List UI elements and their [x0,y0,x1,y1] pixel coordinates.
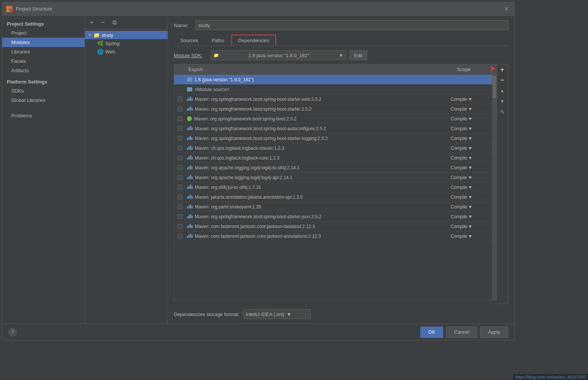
sdk-label: Module SDK: [174,53,208,58]
export-label: Export [185,67,455,72]
table-row[interactable]: Maven: jakarta.annotation:jakarta.annota… [174,192,492,202]
sidebar-item-global-libraries[interactable]: Global Libraries [2,96,85,105]
table-row[interactable]: Maven: org.apache.logging.log4j:log4j-ap… [174,173,492,182]
status-bar: https://blog.csdn.net/weixin_46157585 [513,374,588,380]
table-row[interactable]: 1.8 (java version "1.8.0_181") [174,75,492,85]
storage-label: Dependencies storage format: [174,312,239,317]
sidebar-item-modules[interactable]: Modules [2,38,85,47]
bars-icon [187,234,193,239]
table-row[interactable]: Maven: com.fasterxml.jackson.core:jackso… [174,222,492,231]
expand-arrow: ▼ [88,33,92,37]
module-tree: + − ⧉ ▼ 📁 study 🌿 Spring 🌐 Web [85,16,168,324]
bars-icon [187,146,193,151]
scrollbar-thumb[interactable] [492,76,496,98]
ok-button[interactable]: OK [420,327,443,338]
tree-node-spring-label: Spring [105,41,120,46]
table-row[interactable]: Maven: org.springframework.boot:spring-b… [174,104,492,114]
dialog-title: Project Structure [16,6,503,12]
table-row[interactable]: Maven: org.springframework.boot:spring-b… [174,94,492,104]
bars-icon [187,175,193,180]
dependencies-section: Export Scope 1.8 (java version "1.8.0_18 [174,64,508,304]
copy-module-button[interactable]: ⧉ [110,18,119,27]
table-row[interactable]: Maven: org.springframework.boot:spring-b… [174,212,492,222]
sdk-row: Module SDK: 📁 1.8 java version "1.8.0_18… [174,50,508,60]
add-module-button[interactable]: + [87,18,96,27]
bars-icon [187,97,193,102]
table-row[interactable]: Maven: org.slf4j:jul-to-slf4j:1.7.31 Com… [174,182,492,192]
sdk-value: 1.8 java version "1.8.0_181" [248,53,309,58]
edit-dep-button[interactable]: ✎ [497,106,507,117]
table-header: Export Scope [174,64,497,75]
sdk-edit-button[interactable]: Edit [349,50,367,60]
dependencies-table: Export Scope 1.8 (java version "1.8.0_18 [174,64,497,300]
close-button[interactable]: ✕ [503,5,511,12]
svg-rect-1 [10,6,12,9]
tree-node-web-label: Web [105,49,115,55]
bars-icon [187,214,193,219]
storage-row: Dependencies storage format: IntelliJ ID… [174,309,508,319]
sidebar-item-problems[interactable]: Problems [2,111,85,120]
scrollbar-track[interactable] [492,75,497,300]
app-icon [6,6,13,12]
module-source-icon [187,87,192,91]
tree-node-web[interactable]: 🌐 Web [85,47,167,56]
table-row[interactable]: Maven: org.apache.logging.log4j:log4j-to… [174,163,492,173]
table-row[interactable]: Maven: org.springframework.boot:spring-b… [174,114,492,124]
table-row[interactable]: Maven: org.springframework.boot:spring-b… [174,134,492,143]
table-row[interactable]: Maven: com.fasterxml.jackson.core:jackso… [174,231,492,241]
remove-module-button[interactable]: − [99,18,108,27]
storage-format-select[interactable]: IntelliJ IDEA (.iml) ▼ [243,309,311,319]
sdk-dropdown-arrow: ▼ [339,53,343,58]
sidebar-item-project[interactable]: Project [2,28,85,38]
tab-sources[interactable]: Sources [174,35,205,46]
tabs-row: Sources Paths Dependencies [174,35,508,46]
svg-rect-2 [7,9,9,12]
row-name-1: <Module source> [185,87,451,92]
move-up-button[interactable]: ▲ [497,85,507,96]
apply-button[interactable]: Apply [480,327,508,338]
add-dep-button[interactable]: + [497,64,507,75]
table-row[interactable]: Maven: org.yaml:snakeyaml:1.28 Compile ▼ [174,202,492,212]
tree-node-study[interactable]: ▼ 📁 study [85,31,167,39]
bars-icon [187,106,193,112]
bars-icon [187,155,193,161]
sdk-select[interactable]: 📁 1.8 java version "1.8.0_181" ▼ [211,50,346,60]
bars-icon [187,195,193,200]
sidebar-item-sdks[interactable]: SDKs [2,86,85,96]
title-bar: Project Structure ✕ [2,2,514,16]
project-settings-label: Project Settings [2,19,85,28]
spring-icon: 🌿 [97,40,103,46]
tree-toolbar: + − ⧉ [85,16,167,29]
cancel-button[interactable]: Cancel [446,327,477,338]
tab-paths[interactable]: Paths [205,35,231,46]
table-row[interactable]: <Module source> [174,85,492,94]
table-row[interactable]: Maven: ch.qos.logback:logback-core:1.2.3… [174,153,492,163]
tree-content: ▼ 📁 study 🌿 Spring 🌐 Web [85,29,167,324]
tree-node-spring[interactable]: 🌿 Spring [85,39,167,47]
table-row[interactable]: Maven: ch.qos.logback:logback-classic:1.… [174,143,492,153]
dep-table-body: 1.8 (java version "1.8.0_181") <Module s… [174,75,492,300]
name-row: Name: [174,20,508,30]
bars-icon [187,126,193,131]
sidebar-item-facets[interactable]: Facets [2,56,85,66]
move-down-button[interactable]: ▼ [497,96,507,106]
module-name-input[interactable] [196,20,508,30]
tab-dependencies[interactable]: Dependencies [231,35,276,46]
bars-icon [187,224,193,229]
storage-value: IntelliJ IDEA (.iml) [246,312,284,317]
platform-settings-label: Platform Settings [2,75,85,86]
spring-dep-icon [187,116,192,121]
bars-icon [187,204,193,210]
sidebar-item-artifacts[interactable]: Artifacts [2,66,85,75]
name-label: Name: [174,23,193,28]
help-button[interactable]: ? [8,328,17,336]
scope-col-header: Scope [455,67,497,72]
table-row[interactable]: Maven: org.springframework.boot:spring-b… [174,124,492,134]
row-check-2[interactable] [174,97,185,102]
svg-rect-3 [10,9,12,12]
sidebar-item-libraries[interactable]: Libraries [2,47,85,56]
table-body-wrapper: 1.8 (java version "1.8.0_181") <Module s… [174,75,497,300]
web-icon: 🌐 [97,49,103,55]
folder-icon: 📁 [93,32,100,38]
remove-dep-button[interactable]: − [497,75,507,85]
